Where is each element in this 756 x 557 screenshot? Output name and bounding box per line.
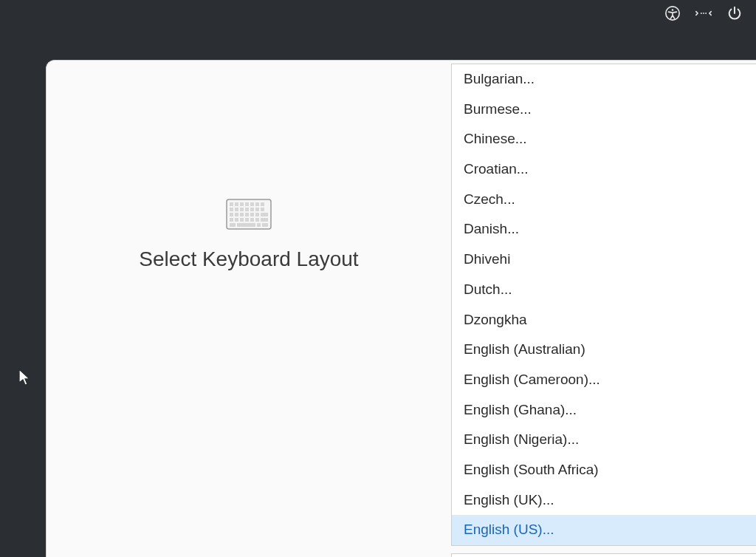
layout-item[interactable]: Croatian... bbox=[452, 154, 756, 185]
layout-item[interactable]: Dhivehi bbox=[452, 245, 756, 275]
svg-rect-35 bbox=[237, 223, 255, 227]
layout-item[interactable]: Burmese... bbox=[452, 95, 756, 125]
svg-rect-13 bbox=[230, 208, 233, 211]
installer-window: Select Keyboard Layout Bulgarian...Burme… bbox=[46, 60, 756, 557]
svg-rect-27 bbox=[230, 218, 233, 222]
layout-item[interactable]: English (Cameroon)... bbox=[452, 365, 756, 395]
layout-item[interactable]: English (US)... bbox=[452, 515, 756, 545]
layout-item[interactable]: English (South Africa) bbox=[452, 455, 756, 485]
svg-rect-29 bbox=[240, 218, 244, 222]
svg-rect-19 bbox=[261, 208, 264, 211]
page-title: Select Keyboard Layout bbox=[139, 247, 358, 271]
svg-point-3 bbox=[703, 13, 704, 14]
layout-item[interactable]: Dzongkha bbox=[452, 305, 756, 335]
keyboard-icon bbox=[226, 199, 272, 230]
accessibility-icon[interactable] bbox=[664, 5, 681, 21]
svg-rect-30 bbox=[245, 218, 249, 222]
svg-rect-31 bbox=[250, 218, 254, 222]
svg-rect-16 bbox=[245, 208, 249, 211]
svg-rect-11 bbox=[255, 202, 259, 206]
power-icon[interactable] bbox=[726, 5, 743, 21]
layout-item[interactable]: English (Nigeria)... bbox=[452, 425, 756, 455]
left-pane: Select Keyboard Layout bbox=[47, 61, 451, 557]
test-layout-input[interactable] bbox=[452, 554, 756, 557]
layout-item[interactable]: Dutch... bbox=[452, 275, 756, 305]
svg-point-2 bbox=[701, 13, 702, 14]
layout-item[interactable]: Danish... bbox=[452, 214, 756, 245]
layout-item[interactable]: Czech... bbox=[452, 185, 756, 215]
svg-rect-25 bbox=[255, 213, 259, 216]
svg-rect-36 bbox=[257, 223, 261, 227]
layout-item[interactable]: English (Australian) bbox=[452, 335, 756, 365]
svg-point-4 bbox=[705, 13, 707, 14]
svg-rect-8 bbox=[240, 202, 244, 206]
svg-rect-15 bbox=[240, 208, 244, 211]
svg-point-1 bbox=[672, 9, 674, 11]
svg-rect-12 bbox=[261, 202, 264, 206]
keyboard-layout-switch-icon[interactable] bbox=[695, 5, 712, 21]
svg-rect-14 bbox=[235, 208, 238, 211]
test-input-container bbox=[451, 553, 756, 557]
svg-rect-26 bbox=[261, 213, 268, 216]
layout-list[interactable]: Bulgarian...Burmese...Chinese...Croatian… bbox=[451, 64, 756, 546]
svg-rect-28 bbox=[235, 218, 238, 222]
svg-rect-7 bbox=[235, 202, 238, 206]
svg-rect-9 bbox=[245, 202, 249, 206]
svg-rect-17 bbox=[250, 208, 254, 211]
svg-rect-34 bbox=[230, 223, 236, 227]
svg-rect-21 bbox=[235, 213, 238, 216]
top-bar bbox=[664, 0, 756, 27]
layout-item[interactable]: English (Ghana)... bbox=[452, 395, 756, 426]
svg-rect-37 bbox=[262, 223, 268, 227]
layout-item[interactable]: Bulgarian... bbox=[452, 64, 756, 95]
right-pane: Bulgarian...Burmese...Chinese...Croatian… bbox=[451, 61, 756, 557]
svg-rect-20 bbox=[230, 213, 233, 216]
svg-rect-10 bbox=[250, 202, 254, 206]
layout-item[interactable]: English (UK)... bbox=[452, 485, 756, 516]
svg-rect-33 bbox=[261, 218, 268, 222]
layout-item[interactable]: Chinese... bbox=[452, 124, 756, 154]
svg-rect-32 bbox=[255, 218, 259, 222]
svg-rect-6 bbox=[230, 202, 233, 206]
svg-rect-24 bbox=[250, 213, 254, 216]
svg-rect-22 bbox=[240, 213, 244, 216]
svg-rect-23 bbox=[245, 213, 249, 216]
svg-rect-18 bbox=[255, 208, 259, 211]
mouse-cursor-icon bbox=[18, 368, 32, 390]
